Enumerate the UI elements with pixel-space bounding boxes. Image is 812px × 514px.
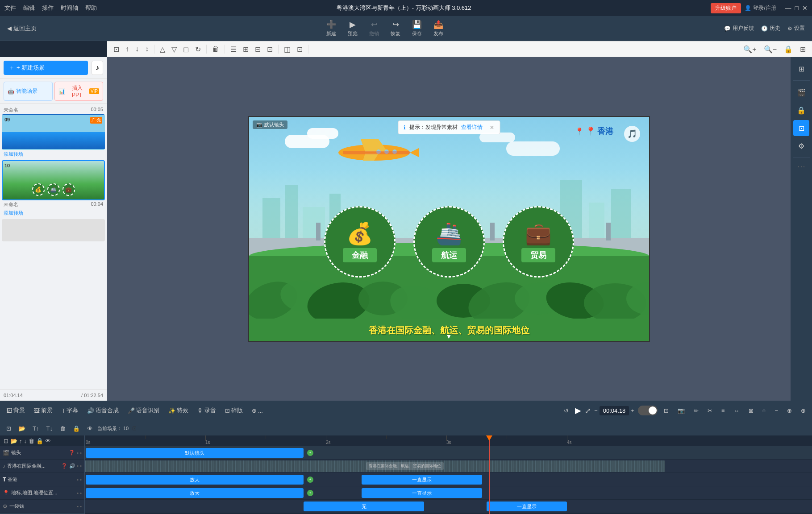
- right-edge-handle[interactable]: ▶: [649, 220, 650, 238]
- lens-dot-1[interactable]: •: [77, 450, 79, 456]
- rt-settings2-button[interactable]: ⚙: [793, 138, 809, 154]
- lens-help-icon[interactable]: ❓: [69, 450, 75, 456]
- close-button[interactable]: ✕: [802, 4, 808, 12]
- th-btn-7[interactable]: 👁: [84, 424, 96, 433]
- menu-timeline[interactable]: 时间轴: [61, 4, 78, 12]
- tl-header-btn5[interactable]: 🗑: [29, 438, 34, 444]
- clip-keyframe-landmark[interactable]: +: [307, 490, 313, 496]
- back-home-button[interactable]: ◀ 返回主页: [7, 25, 37, 33]
- zoom-in-button[interactable]: 🔍+: [741, 44, 759, 55]
- tc-effects-button[interactable]: ✨ 特效: [166, 405, 191, 416]
- rt-expand-button[interactable]: ⊞: [793, 61, 809, 77]
- music-corner-button[interactable]: 🎵: [624, 126, 640, 142]
- scroll-arrow[interactable]: ▼: [446, 333, 452, 340]
- clip-text-always[interactable]: 一直显示: [362, 475, 482, 485]
- rt-scene-button[interactable]: 🎬: [793, 84, 809, 100]
- clip-landmark-always[interactable]: 一直显示: [362, 488, 482, 498]
- tc-voice-rec-button[interactable]: 🎤 语音识别: [125, 405, 162, 416]
- rt-lock-button[interactable]: 🔒: [793, 102, 809, 118]
- tc-fg-button[interactable]: 🖼 前景: [31, 405, 55, 416]
- tl-header-btn6[interactable]: 🔒: [36, 438, 43, 444]
- clip-keyframe-lens[interactable]: +: [307, 450, 313, 456]
- tc-plus2-button[interactable]: ⊕: [784, 406, 795, 416]
- coinbag-dot-2[interactable]: •: [80, 504, 82, 509]
- menu-edit[interactable]: 编辑: [23, 4, 35, 12]
- tc-more-button[interactable]: ⊕ ...: [249, 406, 266, 416]
- tc-align-button[interactable]: ≡: [719, 406, 728, 416]
- tc-frame-button[interactable]: ⊡: [661, 406, 671, 416]
- audio-waveform[interactable]: 香港在国际金融、航运、贸易的国际地位: [85, 460, 665, 472]
- tc-fullscreen-button[interactable]: ⤢: [585, 406, 591, 415]
- th-btn-6[interactable]: 🔒: [70, 424, 83, 433]
- th-btn-1[interactable]: ⊡: [4, 424, 14, 433]
- menu-help[interactable]: 帮助: [85, 4, 97, 12]
- save-button[interactable]: 💾 保存: [407, 18, 427, 39]
- tc-voice-synth-button[interactable]: 🔊 语音合成: [84, 405, 121, 416]
- tc-record-button[interactable]: 🎙 录音: [195, 405, 219, 416]
- menu-file[interactable]: 文件: [4, 4, 16, 12]
- tc-subtitle-button[interactable]: T 字幕: [59, 405, 81, 416]
- th-btn-3[interactable]: T↑: [30, 424, 42, 433]
- tc-minus2-button[interactable]: ○: [760, 406, 769, 416]
- tc-crop-button[interactable]: ✂: [705, 406, 715, 416]
- sec-btn-4[interactable]: ↕: [142, 44, 151, 54]
- sec-btn-13[interactable]: ◫: [281, 44, 293, 55]
- tc-camera2-button[interactable]: 📷: [675, 406, 687, 416]
- minimize-button[interactable]: —: [785, 4, 791, 12]
- sec-btn-copy[interactable]: ⊞: [797, 44, 808, 55]
- maximize-button[interactable]: □: [795, 4, 799, 12]
- tc-bg-button[interactable]: 🖼 背景: [4, 405, 28, 416]
- text-dot-1[interactable]: •: [77, 477, 79, 482]
- sec-btn-6[interactable]: ▽: [169, 44, 179, 55]
- ai-ppt-button[interactable]: 📊 插入PPT VIP: [54, 82, 104, 101]
- music-button[interactable]: ♪: [92, 61, 103, 75]
- rt-more-button[interactable]: ⋯: [797, 162, 805, 171]
- publish-button[interactable]: 📤 发布: [428, 18, 449, 39]
- sec-btn-9[interactable]: ☰: [228, 44, 239, 55]
- menu-operate[interactable]: 操作: [42, 4, 54, 12]
- sec-btn-delete[interactable]: 🗑: [209, 44, 222, 54]
- text-dot-2[interactable]: •: [80, 477, 82, 482]
- sec-btn-1[interactable]: ⊡: [111, 44, 122, 55]
- th-btn-2[interactable]: 📂: [16, 424, 28, 433]
- new-scene-button[interactable]: ＋ + 新建场景: [4, 61, 88, 75]
- landmark-dot-1[interactable]: •: [77, 490, 79, 496]
- tc-zoom-out-button[interactable]: −: [594, 407, 598, 414]
- clip-keyframe-text[interactable]: +: [307, 477, 313, 483]
- tl-header-btn2[interactable]: 📂: [10, 438, 17, 444]
- add-transition-10[interactable]: 添加转场: [2, 209, 105, 217]
- sec-btn-10[interactable]: ⊞: [240, 44, 251, 55]
- landmark-dot-2[interactable]: •: [80, 490, 82, 496]
- preview-button[interactable]: ▶ 预览: [342, 18, 363, 39]
- tc-delete2-button[interactable]: ⊠: [746, 406, 756, 416]
- sec-btn-11[interactable]: ⊟: [252, 44, 263, 55]
- th-btn-4[interactable]: T↓: [43, 424, 55, 433]
- new-button[interactable]: ➕ 新建: [321, 18, 341, 39]
- notif-link[interactable]: 查看详情: [461, 124, 483, 131]
- settings-button[interactable]: ⚙ 设置: [787, 25, 805, 32]
- clip-landmark-zoom[interactable]: 放大: [86, 488, 304, 498]
- tl-header-btn1[interactable]: ⊡: [4, 438, 8, 444]
- tl-header-btn4[interactable]: ↓: [24, 438, 27, 444]
- undo-button[interactable]: ↩ 撤销: [364, 18, 384, 39]
- tc-clone-button[interactable]: ⊡ 碎版: [222, 405, 246, 416]
- add-transition-09[interactable]: 添加转场: [2, 150, 105, 158]
- feedback-button[interactable]: 💬 用户反馈: [724, 25, 754, 32]
- rt-blue-button[interactable]: ⊡: [793, 120, 809, 136]
- tc-zoom-in-button[interactable]: +: [631, 407, 634, 414]
- zoom-out-button[interactable]: 🔍−: [761, 44, 779, 55]
- sec-btn-14[interactable]: ⊡: [294, 44, 305, 55]
- tc-edit2-button[interactable]: ✏: [691, 406, 701, 416]
- tc-undo-button[interactable]: ↺: [561, 406, 571, 416]
- playhead-head[interactable]: [486, 435, 493, 441]
- sec-btn-5[interactable]: △: [157, 44, 168, 55]
- th-btn-5[interactable]: 🗑: [57, 424, 68, 433]
- scene-thumb-10[interactable]: 10 💰 🚢 💼: [2, 160, 105, 200]
- tc-toggle-button[interactable]: [638, 406, 658, 415]
- coinbag-dot-1[interactable]: •: [77, 504, 79, 509]
- sec-btn-7[interactable]: ◻: [180, 44, 192, 55]
- tl-header-btn3[interactable]: ↑: [19, 438, 22, 444]
- clip-default-lens[interactable]: 默认镜头: [86, 448, 304, 458]
- sec-btn-2[interactable]: ↑: [123, 44, 132, 54]
- sec-btn-8[interactable]: ↻: [192, 44, 204, 55]
